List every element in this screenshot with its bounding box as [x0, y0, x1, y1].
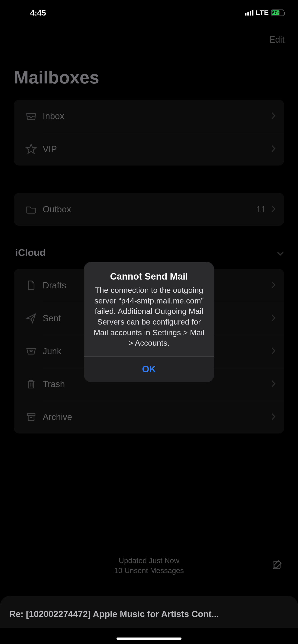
alert-backdrop: Cannot Send Mail The connection to the o…: [0, 0, 298, 644]
alert-title: Cannot Send Mail: [92, 271, 206, 282]
alert-ok-button[interactable]: OK: [84, 356, 214, 382]
home-indicator[interactable]: [117, 638, 181, 640]
alert-message: The connection to the outgoing server “p…: [92, 285, 206, 348]
alert-dialog: Cannot Send Mail The connection to the o…: [84, 262, 214, 382]
